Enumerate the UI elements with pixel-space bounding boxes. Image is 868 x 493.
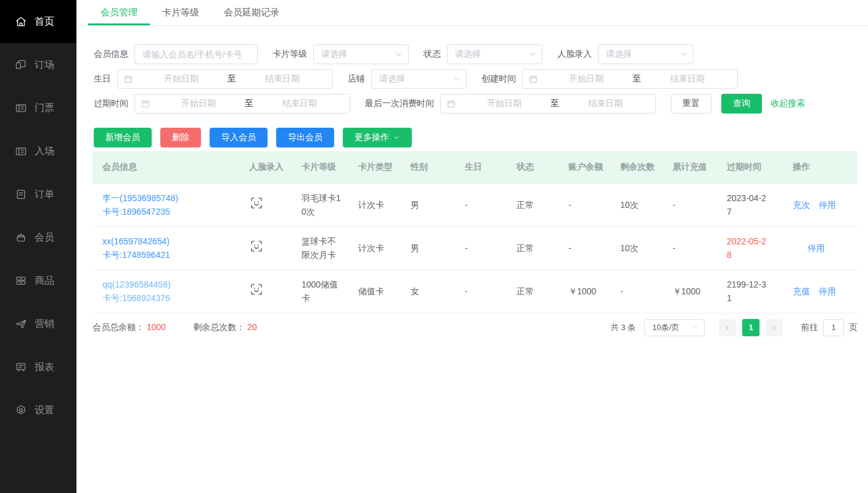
sidebar-item-label: 首页	[35, 15, 54, 28]
sidebar-item-home[interactable]: 首页	[0, 0, 76, 43]
header-birthday: 生日	[455, 151, 507, 183]
page-number-button[interactable]: 1	[742, 319, 760, 336]
filter-panel: 会员信息 卡片等级 请选择 状态 请选择 人脸录入 请选择	[76, 26, 868, 114]
reset-button[interactable]: 重置	[671, 94, 711, 114]
cell-status: 正常	[507, 183, 559, 226]
disable-link[interactable]: 停用	[819, 200, 836, 210]
disable-link[interactable]: 停用	[819, 286, 836, 296]
member-card-no-link[interactable]: 卡号:1896547235	[102, 207, 170, 217]
birthday-range-picker[interactable]: 开始日期 至 结束日期	[117, 69, 333, 89]
cell-operations: 充次停用	[776, 183, 858, 226]
table-row: 李一(19536985748) 卡号:1896547235 羽毛球卡10次 计次…	[92, 183, 858, 226]
member-info-input[interactable]	[134, 44, 258, 64]
sidebar-item-label: 入场	[35, 145, 54, 158]
store-select[interactable]: 请选择	[371, 69, 467, 89]
sidebar-item-orders[interactable]: 订单	[0, 173, 76, 216]
member-name-link[interactable]: xx(16597842654)	[102, 236, 170, 246]
header-status: 状态	[507, 151, 559, 183]
prev-page-button[interactable]	[719, 319, 736, 336]
sidebar: 首页 订场 门票 入场 订单 会员 商品 营销	[0, 0, 76, 493]
order-icon	[15, 188, 27, 201]
member-icon	[15, 231, 27, 244]
tab-card-level[interactable]: 卡片等级	[150, 0, 211, 25]
app-window: 首页 订场 门票 入场 订单 会员 商品 营销	[0, 0, 868, 493]
chevron-down-icon	[395, 50, 403, 59]
header-member-info: 会员信息	[92, 151, 239, 183]
expire-time-range-picker[interactable]: 开始日期 至 结束日期	[134, 94, 350, 114]
cell-member-info: xx(16597842654) 卡号:1748596421	[92, 226, 239, 270]
cell-balance: -	[559, 183, 610, 226]
member-card-no-link[interactable]: 卡号:1748596421	[102, 250, 170, 260]
delete-button[interactable]: 删除	[160, 128, 201, 147]
sidebar-item-label: 商品	[35, 275, 54, 288]
sidebar-item-settings[interactable]: 设置	[0, 389, 76, 432]
tab-bar: 会员管理 卡片等级 会员延期记录	[76, 0, 868, 26]
cell-gender: 女	[401, 270, 455, 313]
cell-operations: 停用	[776, 226, 858, 270]
chevron-down-icon	[679, 50, 688, 59]
cell-balance: -	[559, 226, 610, 270]
collapse-search-link[interactable]: 收起搜索	[771, 98, 805, 109]
disable-link[interactable]: 停用	[808, 243, 825, 253]
last-consume-time-label: 最后一次消费时间	[365, 98, 434, 109]
last-consume-time-range-picker[interactable]: 开始日期 至 结束日期	[440, 94, 656, 114]
sidebar-item-reports[interactable]: 报表	[0, 346, 76, 389]
cell-birthday: -	[455, 226, 507, 270]
filter-row-3: 过期时间 开始日期 至 结束日期 最后一次消费时间 开始日期 至 结束日期 重置…	[94, 94, 858, 114]
cell-remaining: 10次	[610, 183, 663, 226]
face-scan-icon[interactable]	[249, 289, 264, 299]
cell-birthday: -	[455, 183, 507, 226]
cell-gender: 男	[401, 226, 455, 270]
cell-recharge: -	[663, 183, 717, 226]
face-scan-icon[interactable]	[249, 246, 264, 255]
tab-member-management[interactable]: 会员管理	[88, 0, 150, 25]
page-size-select[interactable]: 10条/页	[644, 319, 705, 336]
cell-member-info: 李一(19536985748) 卡号:1896547235	[92, 183, 239, 226]
member-card-no-link[interactable]: 卡号:1568924376	[102, 293, 170, 303]
face-scan-icon[interactable]	[249, 202, 264, 212]
settings-icon	[15, 404, 27, 416]
next-page-button[interactable]	[766, 319, 783, 336]
search-button[interactable]: 查询	[721, 94, 762, 114]
chevron-right-icon	[771, 324, 778, 331]
tab-member-extension-records[interactable]: 会员延期记录	[211, 0, 292, 25]
sidebar-item-members[interactable]: 会员	[0, 216, 76, 259]
add-member-button[interactable]: 新增会员	[94, 128, 152, 147]
chevron-down-icon	[452, 75, 461, 83]
cell-face-entry	[239, 226, 292, 270]
cell-expire: 2023-04-27	[717, 183, 776, 226]
sidebar-item-label: 报表	[35, 361, 54, 374]
more-actions-button[interactable]: 更多操作	[343, 128, 412, 147]
booking-icon	[15, 59, 27, 71]
status-select[interactable]: 请选择	[447, 44, 542, 64]
sidebar-item-label: 设置	[35, 404, 54, 417]
table-header-row: 会员信息 人脸录入 卡片等级 卡片类型 性别 生日 状态 账户余额 剩余次数 累…	[92, 151, 858, 183]
member-name-link[interactable]: qq(12396584458)	[102, 280, 171, 289]
calendar-icon	[124, 75, 133, 83]
table-row: xx(16597842654) 卡号:1748596421 篮球卡不限次月卡 计…	[92, 226, 858, 270]
calendar-icon	[529, 75, 538, 83]
member-name-link[interactable]: 李一(19536985748)	[102, 193, 178, 203]
sidebar-item-marketing[interactable]: 营销	[0, 302, 76, 346]
card-level-select[interactable]: 请选择	[313, 44, 409, 64]
goto-page: 前往 页	[801, 319, 858, 336]
entry-icon	[15, 145, 27, 157]
sidebar-item-entry[interactable]: 入场	[0, 130, 76, 173]
chevron-left-icon	[724, 324, 731, 331]
recharge-times-link[interactable]: 充次	[793, 200, 810, 210]
sidebar-item-label: 订场	[35, 59, 54, 72]
goto-page-input[interactable]	[823, 319, 844, 336]
create-time-range-picker[interactable]: 开始日期 至 结束日期	[522, 69, 738, 89]
sidebar-item-booking[interactable]: 订场	[0, 43, 76, 86]
sidebar-item-tickets[interactable]: 门票	[0, 86, 76, 130]
import-members-button[interactable]: 导入会员	[210, 128, 268, 147]
face-entry-select[interactable]: 请选择	[598, 44, 694, 64]
sidebar-item-goods[interactable]: 商品	[0, 259, 76, 302]
recharge-link[interactable]: 充值	[793, 286, 810, 296]
cell-expire: 2022-05-28	[717, 226, 776, 270]
marketing-icon	[15, 318, 27, 330]
create-time-label: 创建时间	[481, 73, 516, 85]
cell-card-level: 篮球卡不限次月卡	[292, 226, 348, 270]
export-members-button[interactable]: 导出会员	[276, 128, 334, 147]
sidebar-item-label: 门票	[35, 102, 54, 115]
